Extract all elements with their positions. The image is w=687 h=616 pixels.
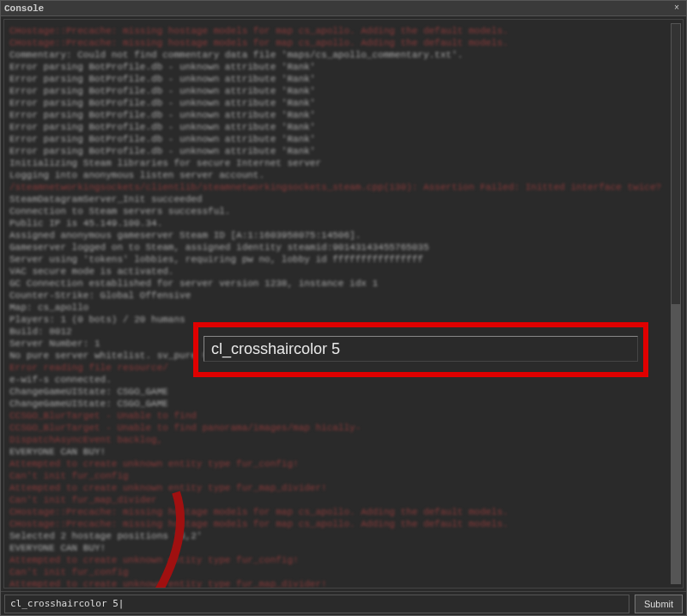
close-icon[interactable]: × [671, 3, 683, 15]
log-line: Error parsing BotProfile.db - unknown at… [9, 145, 666, 157]
log-line: Error parsing BotProfile.db - unknown at… [9, 61, 666, 73]
log-line: Selected 2 hostage positions '3,2' [9, 530, 666, 542]
window-title: Console [4, 3, 44, 14]
log-line: CHostage::Precache: missing hostage mode… [9, 518, 666, 530]
log-line: CCSGO_BlurTarget - Unable to find [9, 410, 666, 422]
scrollbar-thumb[interactable] [672, 304, 680, 584]
title-bar: Console × [1, 1, 686, 16]
arrow-annotation [129, 488, 198, 589]
log-line: Initializing Steam libraries for secure … [9, 157, 666, 169]
log-lines: CHostage::Precache: missing hostage mode… [9, 25, 678, 589]
log-line: CHostage::Precache: missing hostage mode… [9, 25, 666, 37]
log-line: Error parsing BotProfile.db - unknown at… [9, 121, 666, 133]
log-line: Map: cs_apollo [9, 302, 666, 314]
log-line: Gameserver logged on to Steam, assigned … [9, 241, 666, 253]
submit-button[interactable]: Submit [635, 595, 683, 613]
log-line: Connection to Steam servers successful. [9, 205, 666, 217]
autocomplete-input[interactable] [204, 336, 638, 362]
command-bar: Submit [1, 591, 686, 615]
log-line: Error parsing BotProfile.db - unknown at… [9, 133, 666, 145]
log-line: DispatchAsyncEvent backlog, [9, 434, 666, 446]
log-line: /steamnetworkingsockets/clientlib/steamn… [9, 181, 666, 193]
log-line: SteamDatagramServer_Init succeeded [9, 193, 666, 205]
log-line: Error parsing BotProfile.db - unknown at… [9, 73, 666, 85]
console-window: Console × CHostage::Precache: missing ho… [0, 0, 687, 616]
log-line: CHostage::Precache: missing hostage mode… [9, 506, 666, 518]
log-line: ChangeGameUIState: CSGO_GAME [9, 386, 666, 398]
log-line: GC Connection established for server ver… [9, 278, 666, 290]
log-line: Error parsing BotProfile.db - unknown at… [9, 85, 666, 97]
log-line: Can't init fur_config [9, 470, 666, 482]
log-line: Counter-Strike: Global Offensive [9, 290, 666, 302]
log-line: Error parsing BotProfile.db - unknown at… [9, 97, 666, 109]
log-line: Can't init fur_config [9, 566, 666, 578]
log-line: Attempted to create unknown entity type … [9, 458, 666, 470]
console-output: CHostage::Precache: missing hostage mode… [3, 19, 684, 589]
log-line: Commentary: Could not find commentary da… [9, 49, 666, 61]
log-line: Attempted to create unknown entity type … [9, 482, 666, 494]
command-input[interactable] [4, 595, 629, 613]
log-line: Server using 'tokens' lobbies, requiring… [9, 253, 666, 265]
log-line: Error parsing BotProfile.db - unknown at… [9, 109, 666, 121]
log-line: Logging into anonymous listen server acc… [9, 169, 666, 181]
log-line: ChangeGameUIState: CSGO_GAME [9, 398, 666, 410]
log-line: Can't init fur_map_divider [9, 494, 666, 506]
log-line: CHostage::Precache: missing hostage mode… [9, 37, 666, 49]
scrollbar[interactable] [671, 23, 681, 584]
log-line: CCSGO_BlurTarget - Unable to find panora… [9, 422, 666, 434]
log-line: Attempted to create unknown entity type … [9, 578, 666, 589]
log-line: VAC secure mode is activated. [9, 265, 666, 278]
log-line: Assigned anonymous gameserver Steam ID [… [9, 229, 666, 241]
log-line: Attempted to create unknown entity type … [9, 554, 666, 566]
log-line: Public IP is 45.149.100.34. [9, 217, 666, 229]
log-line: EVERYONE CAN BUY! [9, 446, 666, 458]
log-line: EVERYONE CAN BUY! [9, 542, 666, 554]
